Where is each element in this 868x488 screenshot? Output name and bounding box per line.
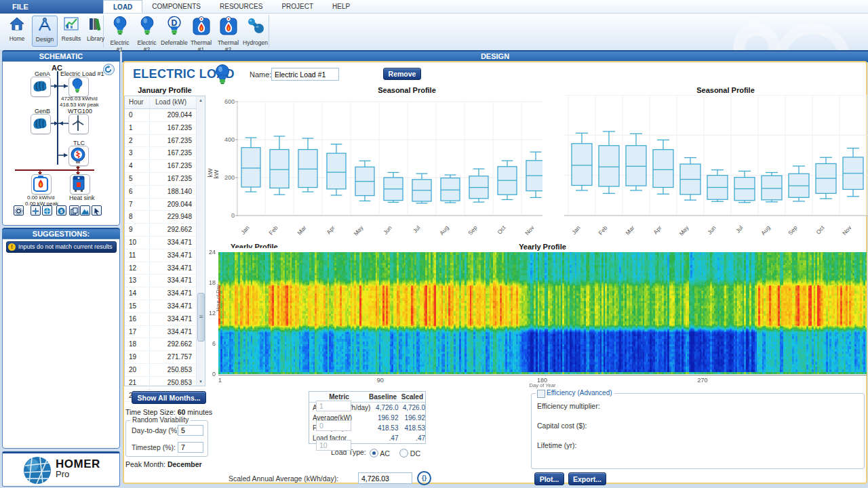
ribbon-button-home[interactable]: Home — [4, 16, 30, 47]
schematic-tool-globe-icon[interactable] — [42, 205, 52, 216]
svg-text:Nov: Nov — [524, 224, 536, 237]
col-hour[interactable]: Hour — [125, 96, 150, 108]
suggestion-item[interactable]: ! Inputs do not match current results — [6, 241, 117, 253]
svg-text:Nov: Nov — [841, 224, 853, 237]
table-row[interactable]: 14334.471 — [125, 287, 205, 300]
svg-text:Aug: Aug — [760, 224, 772, 237]
schematic-tool-dollar-icon[interactable]: $ — [56, 205, 66, 216]
scrollbar-thumb[interactable] — [197, 293, 205, 342]
schematic-tool-gear-icon[interactable] — [14, 205, 24, 216]
hour-cell: 7 — [125, 199, 150, 211]
hour-cell: 18 — [125, 338, 150, 350]
sensitivity-link-icon[interactable]: {} — [417, 471, 431, 485]
table-row[interactable]: 6188.140 — [125, 186, 205, 199]
table-row[interactable]: 0209.044 — [125, 109, 205, 122]
ribbon-button-library[interactable]: Library — [83, 16, 108, 47]
field-input[interactable] — [316, 420, 351, 431]
table-row[interactable]: 20250.853 — [125, 364, 205, 377]
scaled-annual-input[interactable] — [358, 472, 412, 484]
ribbon-button-electric-2[interactable]: Electric #2 — [134, 16, 160, 47]
seasonal-boxplot-chart-1[interactable]: 0200400600JanFebMarAprMayJunJulAugSepOct… — [216, 95, 542, 241]
table-row[interactable]: 17334.471 — [125, 326, 205, 339]
scroll-down-icon[interactable]: ▼ — [197, 378, 204, 385]
table-row[interactable]: 19271.757 — [125, 351, 205, 364]
electric-load-icon[interactable] — [68, 77, 89, 97]
table-row[interactable]: 5167.235 — [125, 173, 205, 186]
field-input[interactable] — [178, 425, 203, 436]
efficiency-checkbox[interactable] — [537, 390, 545, 398]
peak-month: Peak Month: December — [125, 460, 202, 468]
ribbon-button-design[interactable]: Design — [32, 16, 58, 47]
plot-button[interactable]: Plot... — [534, 472, 564, 485]
schematic-title: SCHEMATIC — [39, 52, 83, 60]
gen-b-icon[interactable] — [31, 114, 51, 134]
ribbon-button-thermal-2[interactable]: Thermal #2 — [215, 16, 241, 47]
svg-text:D: D — [171, 18, 177, 28]
export-button[interactable]: Export... — [568, 472, 606, 485]
load-name-input[interactable] — [271, 68, 339, 81]
field-input[interactable] — [316, 401, 351, 411]
load-type-option-ac[interactable]: AC — [370, 449, 390, 458]
menu-tab-project[interactable]: PROJECT — [272, 0, 323, 13]
field-input[interactable] — [178, 442, 203, 453]
load-table-body: 0209.0441167.2352167.2353167.2354167.235… — [125, 109, 205, 402]
show-all-months-button[interactable]: Show All Months... — [132, 391, 206, 404]
table-row[interactable]: 11334.471 — [125, 249, 205, 262]
schematic-tool-wind-icon[interactable] — [31, 205, 41, 216]
scroll-up-icon[interactable]: ▲ — [197, 97, 204, 104]
suggestion-text: Inputs do not match current results — [18, 243, 113, 250]
menu-tab-load[interactable]: LOAD — [103, 0, 142, 13]
menu-tab-resources[interactable]: RESOURCES — [210, 0, 272, 13]
schematic-canvas[interactable]: ACGenAElectric Load #14726.03 kWh/d418.5… — [2, 61, 120, 226]
table-row[interactable]: 4167.235 — [125, 160, 205, 173]
radio-ac-icon[interactable] — [370, 449, 378, 458]
remove-button[interactable]: Remove — [383, 68, 421, 80]
hour-cell: 20 — [125, 364, 150, 376]
deferrable-icon: D — [166, 26, 182, 38]
menu-tab-components[interactable]: COMPONENTS — [142, 0, 210, 13]
ribbon-button-deferrable[interactable]: DDeferrable — [161, 16, 187, 47]
gen-a-icon[interactable] — [31, 77, 51, 97]
menu-tab-help[interactable]: HELP — [323, 0, 359, 13]
scaled-value: 418.53 — [398, 423, 425, 433]
wtg100-icon[interactable] — [68, 114, 89, 134]
boiler-icon[interactable] — [31, 174, 52, 195]
hour-cell: 0 — [125, 109, 150, 121]
file-menu-button[interactable]: FILE — [0, 0, 103, 14]
svg-text:May: May — [678, 224, 690, 237]
seasonal-boxplot-chart-2[interactable]: JanFebMarAprMayJunJulAugSepOctNovDec — [542, 95, 868, 241]
table-row[interactable]: 12334.471 — [125, 262, 205, 275]
table-row[interactable]: 3167.235 — [125, 147, 205, 160]
random-variability-group: Random Variability Day-to-day (%):Timest… — [125, 420, 208, 457]
table-row[interactable]: 9292.662 — [125, 224, 205, 237]
table-row[interactable]: 21250.853 — [125, 377, 205, 390]
heat-sink-icon[interactable] — [70, 174, 90, 195]
schematic-refresh-icon[interactable] — [103, 64, 115, 75]
tlc-icon[interactable] — [68, 146, 89, 166]
field-input[interactable] — [316, 440, 351, 451]
table-row[interactable]: 1167.235 — [125, 122, 205, 135]
schematic-tool-mountain-icon[interactable] — [80, 205, 90, 216]
table-row[interactable]: 10334.471 — [125, 237, 205, 249]
schematic-tool-copy-icon[interactable] — [69, 205, 79, 216]
scaled-annual-label: Scaled Annual Average (kWh/day): — [229, 474, 338, 483]
load-cell: 209.044 — [150, 109, 195, 121]
table-row[interactable]: 15334.471 — [125, 300, 205, 313]
radio-dc-icon[interactable] — [399, 449, 408, 458]
table-row[interactable]: 13334.471 — [125, 274, 205, 287]
table-row[interactable]: 7209.044 — [125, 199, 205, 211]
load-type-option-dc[interactable]: DC — [399, 449, 420, 458]
ribbon-button-results[interactable]: Results — [58, 16, 84, 47]
baseline-value: 418.53 — [372, 423, 399, 433]
ribbon-button-hydrogen[interactable]: Hydrogen — [242, 16, 269, 47]
yearly-heatmap-chart[interactable] — [218, 252, 867, 375]
table-row[interactable]: 16334.471 — [125, 313, 205, 326]
ribbon-button-electric-1[interactable]: Electric #1 — [106, 16, 133, 47]
schematic-tool-cursor-icon[interactable] — [92, 205, 102, 216]
table-row[interactable]: 18292.662 — [125, 338, 205, 351]
table-row[interactable]: 8229.948 — [125, 211, 205, 224]
table-row[interactable]: 2167.235 — [125, 135, 205, 148]
table-scrollbar[interactable]: ▲ ▼ — [196, 96, 205, 386]
col-load[interactable]: Load (kW) — [150, 96, 200, 108]
ribbon-button-thermal-1[interactable]: Thermal #1 — [188, 16, 214, 47]
